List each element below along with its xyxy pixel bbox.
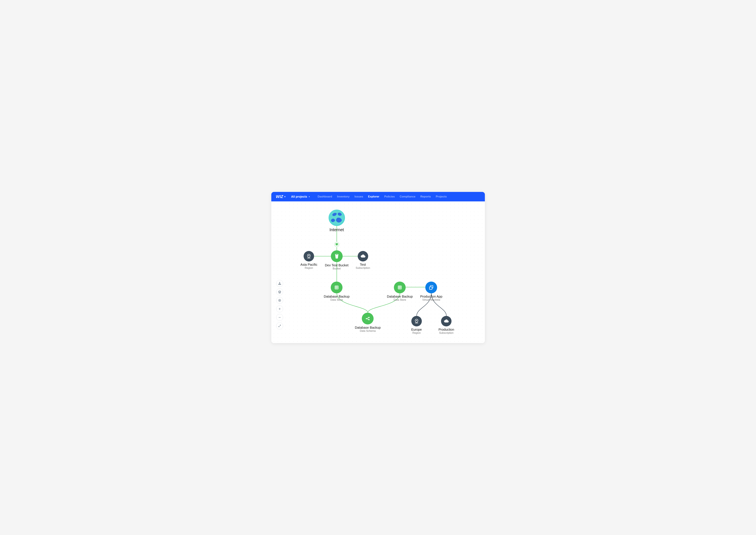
brand-name: WIZ [276,194,283,199]
node-title: Dev Test Bucket [325,264,349,267]
node-title: Internet [328,227,345,232]
focus-button[interactable] [276,297,283,304]
zoom-out-button[interactable] [276,314,283,321]
globe-icon [328,210,345,226]
graph-layout-icon [278,282,281,285]
node-title: Database Backup [387,295,413,298]
target-icon [278,299,281,302]
virtual-machine-icon [426,282,437,293]
nav-reports[interactable]: Reports [420,195,431,198]
nav-inventory[interactable]: Inventory [337,195,350,198]
node-subtitle: Data Store [324,298,350,301]
node-title: Europe [411,328,422,331]
nav-projects[interactable]: Projects [436,195,447,198]
zoom-in-button[interactable] [276,305,283,312]
nav-compliance[interactable]: Compliance [400,195,415,198]
node-test-subscription[interactable]: Test Subscription [355,251,370,269]
svg-point-6 [308,255,309,256]
svg-point-28 [279,284,280,285]
node-subtitle: Region [300,267,317,269]
node-europe[interactable]: Europe Region [411,316,422,334]
node-subtitle: Data Store [387,298,413,301]
node-title: Asia Pacific [300,263,317,267]
explorer-canvas[interactable]: Internet Asia Pacific Region [271,201,485,343]
svg-rect-22 [366,318,367,319]
node-internet[interactable]: Internet [328,210,345,232]
project-switcher-label: All projects [291,195,307,198]
minus-icon [278,316,281,319]
project-switcher[interactable]: All projects ▼ [291,195,310,198]
cloud-icon [357,251,368,262]
canvas-tool-column [276,280,283,329]
node-subtitle: Subscription [355,267,370,269]
diamond-icon [335,243,338,245]
node-database-backup-schema[interactable]: Database Backup Data Schema [355,313,381,332]
map-pin-icon [304,251,314,262]
bucket-icon [331,250,343,262]
graph-layout-button[interactable] [276,280,283,287]
svg-point-29 [280,284,281,285]
data-store-icon [394,282,406,293]
node-subtitle: Virtual Machine [420,298,442,301]
node-subtitle: Bucket [325,267,349,270]
svg-rect-20 [430,287,432,290]
node-production-app[interactable]: Production App Virtual Machine [420,282,442,301]
node-dev-test-bucket[interactable]: Dev Test Bucket Bucket [325,250,349,270]
topbar: WIZ All projects ▼ Dashboard Inventory I… [271,192,485,201]
data-store-icon [331,282,343,293]
node-database-backup-right[interactable]: Database Backup Data Store [387,282,413,301]
svg-point-27 [278,284,279,285]
node-subtitle: Subscription [438,331,454,334]
crown-jewel-badge[interactable] [334,242,340,247]
node-subtitle: Region [411,331,422,334]
svg-rect-14 [398,286,402,289]
node-asia-pacific[interactable]: Asia Pacific Region [300,251,317,269]
nav-policies[interactable]: Policies [384,195,395,198]
svg-point-26 [279,282,280,283]
node-subtitle: Data Schema [355,329,381,332]
layers-button[interactable] [276,289,283,295]
fullscreen-button[interactable] [276,323,283,329]
svg-point-25 [416,320,417,321]
graph-layer: Internet Asia Pacific Region [271,201,485,343]
app-frame: WIZ All projects ▼ Dashboard Inventory I… [271,192,485,343]
chevron-down-icon: ▼ [308,196,310,198]
nav-dashboard[interactable]: Dashboard [318,195,332,198]
svg-rect-9 [335,286,338,289]
layers-icon [278,290,281,294]
node-title: Database Backup [355,326,381,329]
schema-icon [362,313,374,324]
svg-point-5 [329,211,344,225]
node-title: Database Backup [324,295,350,298]
map-pin-icon [411,316,422,326]
svg-point-8 [335,254,338,255]
svg-point-31 [279,300,280,301]
cloud-icon [441,316,452,326]
nav-issues[interactable]: Issues [354,195,363,198]
plus-icon [278,307,281,310]
node-title: Test [355,263,370,267]
svg-rect-24 [369,319,370,320]
svg-rect-23 [369,317,370,318]
nav-links: Dashboard Inventory Issues Explorer Poli… [318,195,447,198]
expand-icon [278,324,281,327]
node-database-backup-left[interactable]: Database Backup Data Store [324,282,350,301]
brand-logo[interactable]: WIZ [276,194,286,199]
node-production-subscription[interactable]: Production Subscription [438,316,454,334]
nav-explorer[interactable]: Explorer [368,195,379,198]
node-title: Production App [420,295,442,298]
sparkle-icon [284,196,286,198]
node-title: Production [438,328,454,331]
